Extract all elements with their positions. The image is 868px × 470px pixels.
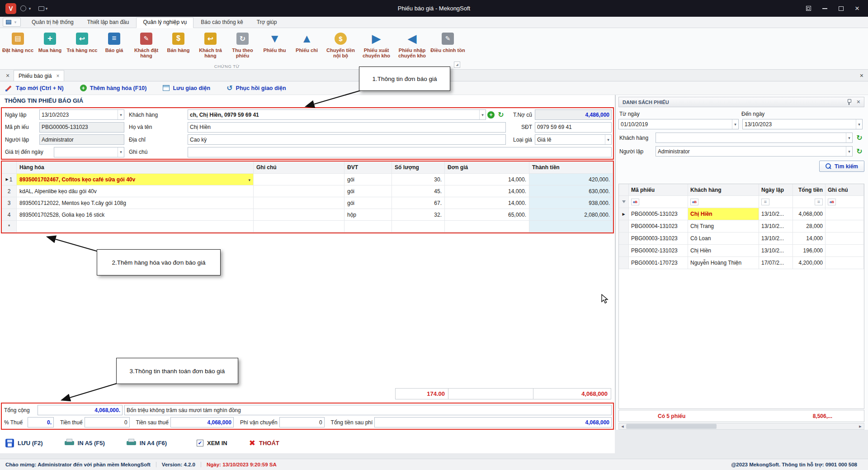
ribbon-tab-quan-tri-he-thong[interactable]: Quản trị hệ thống: [25, 18, 80, 28]
cell-unit[interactable]: gói: [344, 197, 392, 209]
ribbon-tab-bao-cao-thong-ke[interactable]: Báo cáo thống kê: [194, 18, 249, 28]
scroll-right-icon[interactable]: [857, 423, 864, 429]
add-customer-button[interactable]: [486, 110, 496, 120]
cell-note[interactable]: [826, 257, 864, 269]
add-item-button[interactable]: Thêm hàng hóa (F10): [80, 85, 147, 91]
cell-code[interactable]: PBG00005-131023: [629, 208, 688, 220]
cell-customer[interactable]: Nguyễn Hoàng Thiện: [688, 257, 759, 269]
col-tong-tien[interactable]: Tổng tiền: [793, 184, 826, 195]
cell-total[interactable]: 938,000.: [529, 197, 613, 209]
khach-hang-filter-input[interactable]: [656, 133, 853, 143]
quote-list-row[interactable]: PBG00005-131023 Chị Hiền 13/10/2... 4,06…: [619, 208, 864, 220]
filter-cell[interactable]: [629, 196, 688, 208]
toolbar-phieu-nhap-chuyen-kho[interactable]: Phiếu nhập chuyển kho: [394, 30, 430, 58]
cell-note[interactable]: [254, 221, 344, 232]
print-a5-button[interactable]: IN A5 (F5): [65, 439, 105, 447]
cell-date[interactable]: 13/10/2...: [759, 220, 793, 232]
cell-total[interactable]: 4,068,000: [793, 208, 826, 220]
cell-product[interactable]: 8935001702528, Golia kẹo 16 stick: [17, 209, 254, 220]
col-ghi-chu[interactable]: Ghi chú: [254, 161, 344, 173]
cell-unit[interactable]: hộp: [344, 209, 392, 220]
cell-customer[interactable]: Chị Trang: [688, 220, 759, 232]
col-don-gia[interactable]: Đơn giá: [445, 161, 529, 173]
filter-cell[interactable]: [759, 196, 793, 208]
cell-total[interactable]: 2,080,000.: [529, 209, 613, 220]
cell-customer[interactable]: Chị Hiền: [688, 208, 759, 220]
den-ngay-input[interactable]: 13/10/2023: [742, 119, 863, 129]
chevron-down-icon[interactable]: [248, 176, 250, 183]
cell-total[interactable]: 28,000: [793, 220, 826, 232]
filter-cell[interactable]: [688, 196, 759, 208]
cell-code[interactable]: PBG00001-170723: [629, 257, 688, 269]
cell-unit[interactable]: gói: [344, 174, 392, 185]
window-style-icon[interactable]: [38, 6, 44, 11]
cell-total[interactable]: 420,000.: [529, 174, 613, 185]
col-ma-phieu[interactable]: Mã phiếu: [629, 184, 688, 195]
cell-date[interactable]: 13/10/2...: [759, 245, 793, 256]
cell-product[interactable]: [17, 221, 254, 232]
cell-unit[interactable]: [344, 221, 392, 232]
cell-date[interactable]: 13/10/2...: [759, 233, 793, 244]
cell-date[interactable]: 17/07/2...: [759, 257, 793, 269]
refresh-icon[interactable]: [496, 110, 506, 120]
cell-price[interactable]: 65,000.: [445, 209, 529, 220]
cell-note[interactable]: [254, 209, 344, 220]
filter-funnel-icon[interactable]: [619, 196, 629, 208]
col-khach-hang[interactable]: Khách hàng: [688, 184, 759, 195]
close-icon[interactable]: [857, 99, 860, 105]
search-button[interactable]: Tìm kiếm: [819, 161, 864, 172]
cell-price[interactable]: 14,000.: [445, 197, 529, 209]
item-row[interactable]: 4 8935001702528, Golia kẹo 16 stick hộp …: [2, 209, 613, 221]
refresh-icon[interactable]: [854, 133, 864, 143]
phi-van-chuyen-input[interactable]: 0: [279, 417, 325, 427]
toolbar-phieu-chi[interactable]: Phiếu chi: [291, 30, 323, 53]
toolbar-tra-hang-ncc[interactable]: Trả hàng ncc: [66, 30, 98, 53]
save-layout-button[interactable]: Lưu giao diện: [163, 85, 210, 91]
cell-total[interactable]: 196,000: [793, 245, 826, 256]
col-dvt[interactable]: ĐVT: [344, 161, 392, 173]
close-icon[interactable]: [56, 73, 59, 79]
cell-note[interactable]: [254, 185, 344, 197]
dia-chi-input[interactable]: Cao kỳ: [188, 134, 506, 145]
ghi-chu-input[interactable]: [188, 147, 612, 157]
chevron-down-icon[interactable]: [846, 147, 852, 156]
chevron-down-icon[interactable]: [479, 110, 486, 119]
close-button[interactable]: [849, 2, 865, 15]
col-ngay-lap[interactable]: Ngày lập: [759, 184, 793, 195]
cell-code[interactable]: PBG00002-131023: [629, 245, 688, 256]
nguoi-lap-filter-input[interactable]: Administrator: [656, 146, 853, 157]
toolbar-khach-tra-hang[interactable]: Khách trả hàng: [194, 30, 226, 58]
loai-gia-select[interactable]: Giá lẻ: [535, 134, 612, 145]
chevron-down-icon[interactable]: [846, 133, 852, 142]
cell-qty[interactable]: 30.: [392, 174, 445, 185]
tien-thue-field[interactable]: 0: [85, 417, 130, 427]
khach-hang-input[interactable]: ch, Chị Hiền, 0979 59 69 41: [188, 109, 486, 120]
cell-customer[interactable]: Cô Loan: [688, 233, 759, 244]
scrollbar-thumb[interactable]: [626, 424, 717, 429]
chevron-down-icon[interactable]: [118, 110, 124, 119]
preview-checkbox[interactable]: XEM IN: [197, 440, 227, 446]
print-a4-button[interactable]: IN A4 (F6): [127, 439, 167, 447]
cell-note[interactable]: [826, 220, 864, 232]
quote-list-row[interactable]: PBG00004-131023 Chị Trang 13/10/2... 28,…: [619, 220, 864, 233]
item-new-row[interactable]: *: [2, 221, 613, 233]
toolbar-bao-gia[interactable]: Báo giá: [98, 30, 130, 53]
horizontal-scrollbar[interactable]: [618, 423, 864, 430]
checkbox-checked-icon[interactable]: [197, 440, 203, 446]
cell-note[interactable]: [254, 197, 344, 209]
quote-list-row[interactable]: PBG00003-131023 Cô Loan 13/10/2... 14,00…: [619, 233, 864, 245]
cell-qty[interactable]: [392, 221, 445, 232]
item-row[interactable]: 1 8935001702467, Cofitos kẹo café sữa gó…: [2, 174, 613, 185]
ho-va-ten-input[interactable]: Chị Hiền: [188, 122, 506, 133]
pct-thue-input[interactable]: 0.: [28, 417, 54, 427]
save-button[interactable]: LƯU (F2): [5, 439, 43, 447]
scroll-left-icon[interactable]: [619, 423, 626, 429]
cell-price[interactable]: 14,000.: [445, 185, 529, 197]
toolbar-dieu-chinh-ton[interactable]: Điều chỉnh tồn: [430, 30, 466, 53]
new-button[interactable]: Tạo mới (Ctrl + N): [5, 85, 64, 92]
toolbar-phieu-thu[interactable]: Phiếu thu: [259, 30, 291, 53]
cell-note[interactable]: [254, 174, 344, 185]
ribbon-tab-quan-ly-nghiep-vu[interactable]: Quản lý nghiệp vụ: [136, 17, 193, 28]
filter-cell[interactable]: [826, 196, 864, 208]
toolbar-chuyen-tien-noi-bo[interactable]: Chuyển tiền nội bộ: [323, 30, 359, 58]
